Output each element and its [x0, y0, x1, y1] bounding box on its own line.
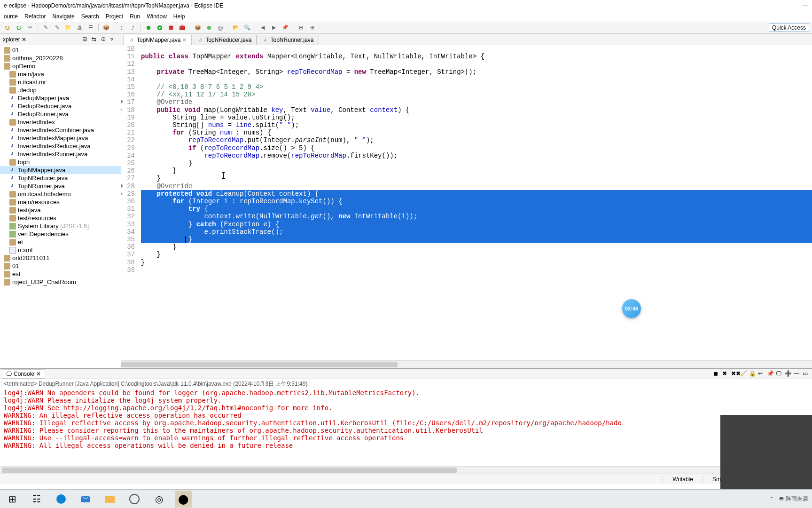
view-menu-icon[interactable]: ▿ [110, 36, 118, 43]
menu-run[interactable]: Run [130, 13, 140, 20]
code-editor[interactable]: 1011121314151617181920212223242526272829… [121, 45, 812, 360]
collapse-icon[interactable]: ⊟ [296, 23, 305, 32]
pin-console-icon[interactable]: 📌 [767, 370, 774, 378]
wand2-icon[interactable]: ✎ [52, 23, 62, 32]
close-icon[interactable]: ✕ [182, 37, 187, 43]
console-output[interactable]: log4j:WARN No appenders could be found f… [0, 389, 812, 466]
tree-item[interactable]: n.xml [0, 246, 121, 254]
tree-item[interactable]: topn [0, 158, 121, 166]
menu-help[interactable]: Help [173, 13, 185, 20]
menu-source[interactable]: ource [4, 13, 18, 20]
quick-access[interactable]: Quick Access [769, 24, 809, 32]
tree-item[interactable]: roject_UDP_ChatRoom [0, 278, 121, 286]
editor-tab[interactable]: JTopNMapper.java✕ [123, 35, 192, 45]
debug-icon[interactable] [144, 23, 153, 32]
min-icon[interactable]: — [794, 370, 801, 378]
menu-navigate[interactable]: Navigate [52, 13, 74, 20]
tree-item[interactable]: TopNMapper.java [0, 166, 121, 174]
search-icon[interactable]: 🔍 [242, 23, 252, 32]
console-tab[interactable]: 🖵 Console ✕ [2, 369, 45, 379]
ext-tools-icon[interactable]: 🧰 [178, 23, 187, 32]
tree-item[interactable]: om.itcast.hdfsdemo [0, 190, 121, 198]
tree-item[interactable]: TopNRunner.java [0, 182, 121, 190]
tree-item[interactable]: DedupMapper.java [0, 94, 121, 102]
code-content[interactable]: public class TopNMapper extends Mapper<L… [138, 45, 812, 274]
tree-item[interactable]: opDemo [0, 62, 121, 70]
collapse-all-icon[interactable]: ⊟ [82, 36, 90, 43]
new-package-icon[interactable]: 📦 [193, 23, 203, 32]
align-icon[interactable]: ☰ [86, 23, 95, 32]
tree-item[interactable]: DedupReducer.java [0, 102, 121, 110]
project-tree[interactable]: 01orithms_20220228opDemomain/javan.itcas… [0, 45, 121, 368]
menu-search[interactable]: Search [81, 13, 99, 20]
scroll-lock-icon[interactable]: 🔒 [749, 370, 757, 378]
stop-icon[interactable]: ✂ [25, 23, 35, 32]
app2-icon[interactable]: ⬤ [175, 491, 192, 508]
taskview-icon[interactable]: ⊞ [4, 491, 21, 508]
undo-icon[interactable] [3, 23, 12, 32]
coverage-icon[interactable] [166, 23, 176, 32]
tree-item[interactable]: ven Dependencies [0, 230, 121, 238]
dell-icon[interactable] [126, 491, 143, 508]
tree-item[interactable]: et [0, 238, 121, 246]
app1-icon[interactable]: ◎ [150, 491, 167, 508]
forward-icon[interactable]: ▶ [269, 23, 279, 32]
tree-item[interactable]: main/java [0, 70, 121, 78]
tree-item[interactable]: System Library [J2SE-1.5] [0, 222, 121, 230]
back-icon[interactable]: ◀ [258, 23, 267, 32]
tree-item[interactable]: orithms_20220228 [0, 54, 121, 62]
weather-icon[interactable]: 🌧 阵雨来袭 [779, 495, 808, 503]
menu-refactor[interactable]: Refactor [24, 13, 46, 20]
open-type-icon[interactable]: 📦 [102, 23, 111, 32]
tree-item[interactable]: test/java [0, 206, 121, 214]
skip2-icon[interactable]: ⤴ [128, 23, 138, 32]
display-console-icon[interactable]: 🖵 [776, 370, 783, 378]
print-icon[interactable]: 🖶 [75, 23, 84, 32]
tree-item[interactable]: InvertedIndexCombiner.java [0, 126, 121, 134]
tree-item[interactable]: est [0, 270, 121, 278]
expand-icon[interactable]: ⊞ [307, 23, 317, 32]
tree-item[interactable]: test/resources [0, 214, 121, 222]
tree-item[interactable]: InvertedIndexMapper.java [0, 134, 121, 142]
tree-item[interactable]: .dedup [0, 86, 121, 94]
skip-icon[interactable]: ⤵ [117, 23, 126, 32]
tree-item[interactable]: InvertedIndex [0, 118, 121, 126]
focus-icon[interactable]: ⊙ [101, 36, 109, 43]
remove-all-icon[interactable]: ✖✖ [731, 370, 739, 378]
explorer-icon[interactable] [102, 491, 118, 508]
editor-hscroll[interactable] [121, 360, 812, 368]
tree-item[interactable]: main/resources [0, 198, 121, 206]
tree-item[interactable]: TopNReducer.java [0, 174, 121, 182]
mail-icon[interactable] [77, 491, 94, 508]
editor-tab[interactable]: JTopNRunner.java [257, 35, 319, 45]
max-icon[interactable]: ▭ [803, 370, 810, 378]
pin-icon[interactable]: 📌 [281, 23, 290, 32]
clear-console-icon[interactable]: 🧹 [740, 370, 748, 378]
tree-item[interactable]: InvertedIndexReducer.java [0, 142, 121, 150]
redo-icon[interactable] [14, 23, 23, 32]
console-hscroll[interactable] [0, 466, 812, 474]
open-task-icon[interactable]: 📂 [231, 23, 241, 32]
open-console-icon[interactable]: ➕ [785, 370, 792, 378]
tray-chevron-icon[interactable]: ⌃ [769, 496, 774, 502]
tree-item[interactable]: DedupRunner.java [0, 110, 121, 118]
tree-item[interactable]: 01 [0, 46, 121, 54]
tree-item[interactable]: orld20211011 [0, 254, 121, 262]
tree-item[interactable]: n.itcast.mr [0, 78, 121, 86]
tree-item[interactable]: InvertedIndexRunner.java [0, 150, 121, 158]
terminate-icon[interactable]: ◼ [713, 370, 721, 378]
run-icon[interactable] [155, 23, 164, 32]
new-annotation-icon[interactable]: @ [216, 23, 225, 32]
link-editor-icon[interactable]: ⇆ [92, 36, 99, 43]
wand-icon[interactable]: ✎ [41, 23, 50, 32]
minimize-button[interactable]: — [803, 2, 808, 9]
word-wrap-icon[interactable]: ↩ [758, 370, 765, 378]
folder-icon[interactable]: 📁 [63, 23, 73, 32]
editor-tab[interactable]: JTopNReducer.java [192, 35, 257, 45]
menu-project[interactable]: Project [106, 13, 123, 20]
new-class-icon[interactable] [204, 23, 214, 32]
menu-window[interactable]: Window [147, 13, 167, 20]
timeline-icon[interactable]: ☷ [28, 491, 45, 508]
tree-item[interactable]: 01 [0, 262, 121, 270]
remove-terminated-icon[interactable]: ✖ [722, 370, 730, 378]
